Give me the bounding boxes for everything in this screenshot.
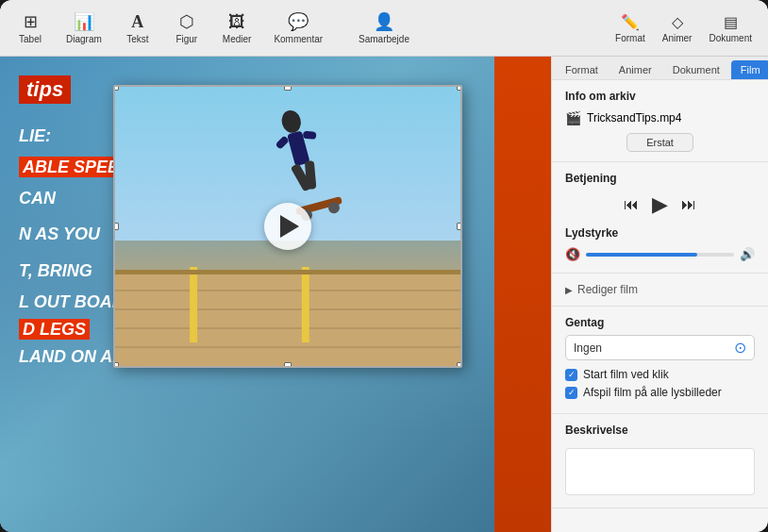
right-panel: Format Animer Dokument Film Organiser In…: [551, 57, 768, 532]
playback-controls: ⏮ ▶ ⏭: [565, 192, 755, 217]
handle-bm[interactable]: [284, 362, 292, 368]
medier-icon: 🖼: [228, 12, 245, 32]
handle-bl[interactable]: [113, 362, 119, 368]
tab-format[interactable]: Format: [556, 60, 608, 79]
repeat-value: Ingen: [574, 341, 734, 355]
select-arrow-icon: ⊙: [734, 339, 746, 357]
play-all-checkbox[interactable]: ✓: [565, 387, 577, 399]
checkbox-start-click: ✓ Start film ved klik: [565, 368, 755, 381]
tab-animer[interactable]: Animer: [609, 60, 661, 79]
app-window: ⊞ Tabel 📊 Diagram A Tekst ⬡ Figur 🖼 Medi…: [0, 0, 768, 532]
toolbar-item-samarbejde[interactable]: 👤 Samarbejde: [351, 8, 417, 48]
video-inner: [115, 87, 460, 366]
canvas-area: tips LIE: ABLE SPEED CAN N AS YOU T, BRI…: [0, 57, 551, 532]
tab-film[interactable]: Film: [731, 60, 768, 79]
toolbar-item-dokument[interactable]: ▤ Dokument: [702, 10, 759, 46]
tekst-label: Tekst: [126, 34, 148, 44]
tips-badge: tips: [19, 75, 71, 104]
toolbar-item-tabel[interactable]: ⊞ Tabel: [9, 8, 51, 48]
diagram-icon: 📊: [74, 11, 94, 32]
volume-row: 🔇 🔊: [565, 247, 755, 261]
handle-tm[interactable]: [284, 85, 292, 91]
svg-rect-5: [303, 131, 317, 140]
tabel-label: Tabel: [19, 34, 42, 44]
dokument-icon: ▤: [724, 13, 738, 31]
play-triangle-icon: [280, 215, 299, 238]
description-section: Beskrivelse: [552, 414, 768, 508]
toolbar-item-kommentar[interactable]: 💬 Kommentar: [266, 8, 330, 48]
video-container[interactable]: [113, 85, 462, 368]
start-click-label: Start film ved klik: [583, 368, 669, 381]
filename: TricksandTips.mp4: [587, 111, 681, 125]
file-icon: 🎬: [565, 110, 581, 125]
ramp-svg: [115, 243, 460, 366]
checkbox-play-all: ✓ Afspil film på alle lysbilleder: [565, 386, 755, 399]
volume-title: Lydstyrke: [565, 226, 755, 240]
play-all-label: Afspil film på alle lysbilleder: [583, 386, 722, 399]
playback-section: Betjening ⏮ ▶ ⏭ Lydstyrke 🔇 🔊: [552, 162, 768, 274]
start-click-checkbox[interactable]: ✓: [565, 369, 577, 381]
toolbar-item-figur[interactable]: ⬡ Figur: [166, 8, 208, 48]
toolbar-item-medier[interactable]: 🖼 Medier: [215, 8, 259, 48]
toolbar-center: 👤 Samarbejde: [351, 8, 417, 48]
file-info-title: Info om arkiv: [565, 90, 755, 103]
handle-tr[interactable]: [457, 85, 462, 91]
svg-rect-4: [275, 135, 291, 150]
svg-rect-14: [190, 267, 197, 342]
orange-wall: [494, 57, 551, 532]
ramp-area: [115, 243, 460, 366]
toolbar-item-format[interactable]: ✏️ Format: [609, 10, 652, 46]
toolbar: ⊞ Tabel 📊 Diagram A Tekst ⬡ Figur 🖼 Medi…: [0, 0, 768, 57]
description-title: Beskrivelse: [565, 424, 755, 437]
edit-movie-section: ▶ Rediger film: [552, 274, 768, 307]
toolbar-item-tekst[interactable]: A Tekst: [117, 8, 159, 48]
diagram-label: Diagram: [66, 34, 102, 44]
handle-tl[interactable]: [113, 85, 119, 91]
tabel-icon: ⊞: [24, 11, 38, 32]
handle-mr[interactable]: [457, 223, 462, 230]
svg-rect-15: [302, 267, 309, 342]
svg-point-0: [279, 108, 304, 135]
animer-icon: ◇: [672, 13, 683, 31]
medier-label: Medier: [223, 34, 252, 44]
toolbar-left: ⊞ Tabel 📊 Diagram A Tekst ⬡ Figur 🖼 Medi…: [9, 8, 330, 48]
toolbar-item-diagram[interactable]: 📊 Diagram: [58, 8, 109, 48]
chevron-right-icon: ▶: [565, 285, 573, 295]
kommentar-icon: 💬: [288, 11, 309, 32]
figur-icon: ⬡: [179, 11, 194, 32]
file-info-row: 🎬 TricksandTips.mp4: [565, 110, 755, 125]
play-pause-button[interactable]: ▶: [652, 192, 668, 217]
rewind-button[interactable]: ⏮: [624, 196, 639, 213]
repeat-select[interactable]: Ingen ⊙: [565, 335, 755, 360]
edit-movie-row[interactable]: ▶ Rediger film: [565, 283, 755, 296]
volume-slider[interactable]: [586, 253, 734, 257]
repeat-title: Gentag: [565, 316, 755, 329]
animer-label: Animer: [662, 33, 693, 43]
samarbejde-label: Samarbejde: [359, 34, 409, 44]
format-icon: ✏️: [621, 13, 640, 31]
replace-button[interactable]: Erstat: [626, 133, 693, 152]
slide-background: tips LIE: ABLE SPEED CAN N AS YOU T, BRI…: [0, 57, 551, 532]
volume-low-icon: 🔇: [565, 247, 580, 261]
playback-title: Betjening: [565, 172, 755, 185]
format-label: Format: [615, 33, 645, 43]
edit-movie-label: Rediger film: [577, 283, 638, 296]
svg-rect-16: [115, 270, 460, 274]
main-content: tips LIE: ABLE SPEED CAN N AS YOU T, BRI…: [0, 57, 768, 532]
repeat-section: Gentag Ingen ⊙ ✓ Start film ved klik ✓ A…: [552, 307, 768, 414]
description-textarea[interactable]: [565, 448, 755, 495]
file-info-section: Info om arkiv 🎬 TricksandTips.mp4 Erstat: [552, 80, 768, 162]
svg-rect-9: [115, 272, 460, 366]
toolbar-item-animer[interactable]: ◇ Animer: [656, 10, 699, 46]
dokument-label: Dokument: [709, 33, 752, 43]
tekst-icon: A: [131, 12, 143, 32]
checkbox-check-icon: ✓: [568, 370, 576, 379]
toolbar-right: ✏️ Format ◇ Animer ▤ Dokument: [609, 10, 759, 46]
tab-dokument[interactable]: Dokument: [663, 60, 729, 79]
forward-button[interactable]: ⏭: [681, 196, 696, 213]
handle-br[interactable]: [457, 362, 462, 368]
panel-tabs: Format Animer Dokument Film Organiser: [552, 57, 768, 80]
handle-ml[interactable]: [113, 223, 119, 230]
volume-fill: [586, 253, 697, 257]
play-button[interactable]: [264, 203, 311, 250]
